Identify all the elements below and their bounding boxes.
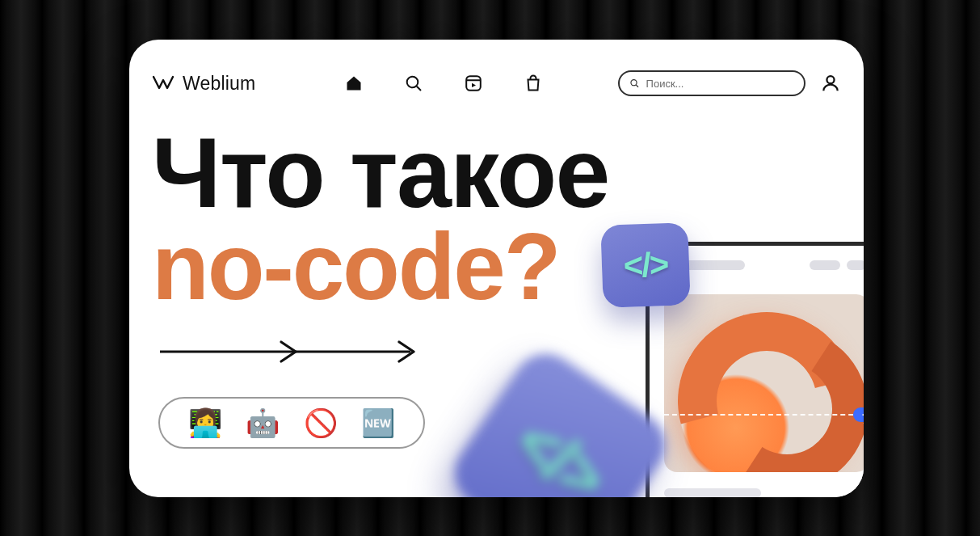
emoji-robot: 🤖 <box>246 407 280 439</box>
device-topbar <box>664 260 864 270</box>
user-icon[interactable] <box>820 73 841 94</box>
emoji-developer: 👩‍💻 <box>188 407 222 439</box>
brand-name: Weblium <box>183 73 255 95</box>
abstract-twist-graphic <box>664 294 864 472</box>
emoji-pill: 👩‍💻 🤖 🚫 🆕 <box>158 397 425 449</box>
emoji-new: 🆕 <box>361 407 395 439</box>
placeholder-chip <box>810 260 840 270</box>
headline-line1: Что такое <box>152 127 609 221</box>
svg-point-0 <box>407 77 418 88</box>
code-glyph-big-icon: </> <box>502 402 619 497</box>
svg-line-1 <box>417 87 421 91</box>
device-hero-image: + <box>664 294 864 472</box>
home-icon[interactable] <box>344 74 364 93</box>
search-input[interactable] <box>646 78 794 90</box>
headline: Что такое no-code? <box>152 127 609 311</box>
hero-card: Weblium <box>129 40 864 497</box>
search-input-pill[interactable] <box>618 70 805 96</box>
long-right-arrow-icon <box>160 336 418 368</box>
brand[interactable]: Weblium <box>152 73 255 95</box>
brand-logo-icon <box>152 74 175 92</box>
svg-point-6 <box>826 76 834 83</box>
nav-icons <box>344 74 543 93</box>
header: Weblium <box>152 67 841 99</box>
emoji-no-entry: 🚫 <box>304 407 338 439</box>
svg-point-4 <box>631 80 637 86</box>
code-glyph-icon: </> <box>623 245 668 285</box>
media-browser-icon[interactable] <box>464 74 483 93</box>
cursor-icon <box>863 422 864 433</box>
headline-line2: no-code? <box>152 222 609 311</box>
add-chip-label: + <box>862 408 864 421</box>
drag-guide-line <box>664 414 864 416</box>
search-icon[interactable] <box>404 74 423 93</box>
shopping-bag-icon[interactable] <box>524 74 543 93</box>
svg-rect-2 <box>467 76 482 91</box>
placeholder-chip <box>847 260 864 270</box>
svg-line-5 <box>636 85 638 87</box>
floating-code-tag-large: </> <box>442 341 678 497</box>
add-section-chip[interactable]: + <box>853 407 864 422</box>
placeholder-line <box>664 488 761 497</box>
floating-code-tag-small: </> <box>600 222 690 308</box>
search-pill-icon <box>629 78 640 89</box>
